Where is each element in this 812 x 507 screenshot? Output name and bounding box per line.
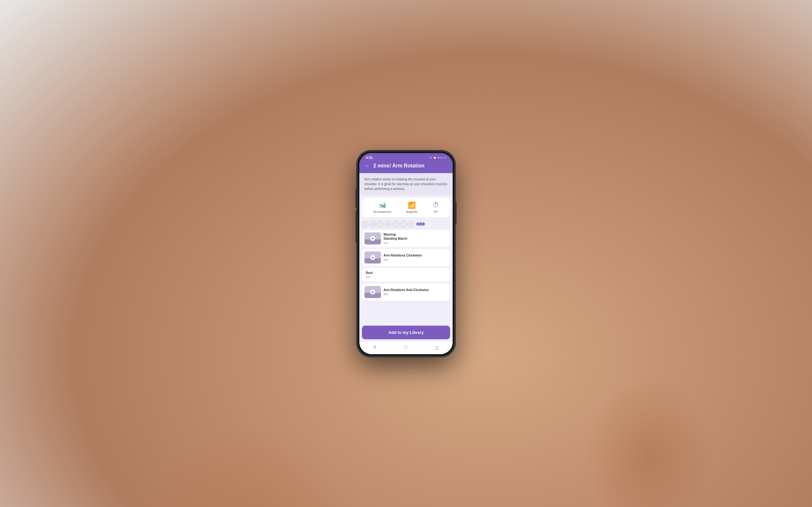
exercise-item-warmup[interactable]: ▶ WarmupStanding March 10s xyxy=(362,230,450,247)
no-equipment-label: No Equipment xyxy=(373,210,391,213)
status-icon-signal1: ▪▪ xyxy=(437,156,439,159)
status-icons: ⊙ ⏰ ▪▪ ▪▪ ▭ xyxy=(429,156,446,159)
nav-back-icon[interactable]: △ xyxy=(435,344,439,350)
rest-item: Rest 10s xyxy=(362,268,450,282)
phone-screen: 4:31 ⊙ ⏰ ▪▪ ▪▪ ▭ ← 2 mins! Arm Rotation … xyxy=(359,153,453,354)
day-badge: 05:30 xyxy=(417,223,425,225)
exercise-info-clockwise: Arm Rotations Clockwise 20s xyxy=(383,253,447,261)
app-header: ← 2 mins! Arm Rotation xyxy=(359,161,453,173)
day-w: W xyxy=(385,221,391,227)
nav-home-icon[interactable]: □ xyxy=(404,344,407,350)
nav-bar: ≡ □ △ xyxy=(359,342,453,354)
rest-name: Rest xyxy=(366,271,446,275)
day-f: F xyxy=(400,221,406,227)
play-button-anticlockwise[interactable]: ▶ xyxy=(370,289,375,294)
status-time: 4:31 xyxy=(366,156,373,160)
duration-label: 2m xyxy=(434,210,438,213)
exercise-list: ▶ WarmupStanding March 10s ▶ Arm Rotatio… xyxy=(359,227,453,323)
status-icon-signal2: ▪▪ xyxy=(441,156,442,159)
add-to-library-button[interactable]: Add to my Library xyxy=(362,326,450,339)
stat-beginner: 📶 Beginner xyxy=(406,201,418,213)
rest-duration: 10s xyxy=(366,275,446,278)
exercise-duration-clockwise: 20s xyxy=(383,258,447,261)
content-area: Arm rotation works on relaxing the muscl… xyxy=(359,173,453,342)
status-icon-wifi: ⊙ xyxy=(429,156,432,159)
beginner-label: Beginner xyxy=(406,210,418,213)
stat-no-equipment: 🐋 No Equipment xyxy=(373,201,391,213)
page-title: 2 mins! Arm Rotation xyxy=(373,163,424,169)
no-equipment-icon: 🐋 xyxy=(378,201,386,209)
day-m: M xyxy=(370,221,376,227)
exercise-name-anticlockwise: Arm Rotations Anti-Clockwise xyxy=(383,288,447,292)
play-button-clockwise[interactable]: ▶ xyxy=(370,255,375,260)
play-button-warmup[interactable]: ▶ xyxy=(370,236,375,241)
duration-icon: ⏱ xyxy=(433,201,439,209)
exercise-duration-anticlockwise: 20s xyxy=(383,293,447,296)
day-s2: S xyxy=(408,221,414,227)
exercise-thumb-anticlockwise: ▶ xyxy=(365,286,381,298)
exercise-info-anticlockwise: Arm Rotations Anti-Clockwise 20s xyxy=(383,288,447,296)
back-button[interactable]: ← xyxy=(365,163,370,169)
day-s1: S xyxy=(362,221,368,227)
exercise-item-anticlockwise[interactable]: ▶ Arm Rotations Anti-Clockwise 20s xyxy=(362,283,450,300)
nav-menu-icon[interactable]: ≡ xyxy=(373,344,376,350)
day-t1: T xyxy=(377,221,383,227)
exercise-name-clockwise: Arm Rotations Clockwise xyxy=(383,253,447,258)
stats-card: 🐋 No Equipment 📶 Beginner ⏱ 2m xyxy=(362,198,450,217)
status-bar: 4:31 ⊙ ⏰ ▪▪ ▪▪ ▭ xyxy=(359,153,453,161)
exercise-thumb-warmup: ▶ xyxy=(365,232,381,244)
beginner-icon: 📶 xyxy=(408,201,416,209)
status-icon-battery: ▭ xyxy=(443,156,446,159)
exercise-name-warmup: WarmupStanding March xyxy=(383,232,447,241)
day-t2: T xyxy=(392,221,399,227)
exercise-item-clockwise[interactable]: ▶ Arm Rotations Clockwise 20s xyxy=(362,249,450,266)
days-row: S M T W T F S 05:30 xyxy=(359,220,453,227)
exercise-thumb-clockwise: ▶ xyxy=(365,251,381,264)
description-text: Arm rotation works on relaxing the muscl… xyxy=(359,173,453,195)
exercise-duration-warmup: 10s xyxy=(383,241,447,244)
phone-device: 4:31 ⊙ ⏰ ▪▪ ▪▪ ▭ ← 2 mins! Arm Rotation … xyxy=(357,151,455,357)
status-icon-alarm: ⏰ xyxy=(433,156,436,159)
exercise-info-warmup: WarmupStanding March 10s xyxy=(383,232,447,244)
stat-duration: ⏱ 2m xyxy=(433,201,439,213)
